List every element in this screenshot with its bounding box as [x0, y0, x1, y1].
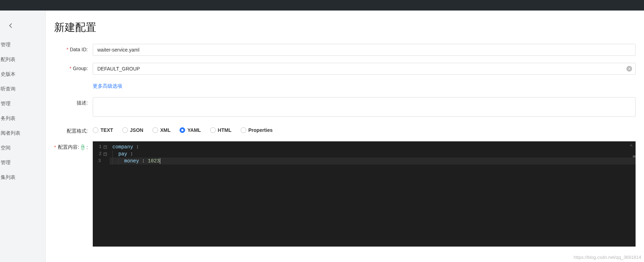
sidebar-item-7[interactable]: 空间: [0, 141, 45, 155]
radio-icon: [152, 127, 158, 133]
format-option-json[interactable]: JSON: [122, 127, 143, 133]
sidebar-item-8[interactable]: 管理: [0, 155, 45, 170]
format-option-yaml[interactable]: YAML: [180, 127, 201, 133]
editor-body[interactable]: company : pay : money : 1023: [110, 141, 636, 247]
label-data-id: *Data ID:: [54, 44, 93, 52]
sidebar-item-9[interactable]: 集列表: [0, 170, 45, 185]
code-line[interactable]: company :: [110, 143, 636, 150]
format-option-label: JSON: [130, 127, 143, 133]
radio-icon: [180, 127, 185, 133]
gutter-line: 2−: [93, 150, 107, 157]
label-content: *配置内容: ? :: [54, 141, 93, 150]
format-option-xml[interactable]: XML: [152, 127, 171, 133]
editor-gutter: 1−2−3: [93, 141, 110, 247]
label-group: *Group:: [54, 63, 93, 71]
format-option-label: HTML: [218, 127, 232, 133]
row-format: 配置格式: TEXTJSONXMLYAMLHTMLProperties: [54, 125, 636, 134]
code-line[interactable]: money : 1023: [110, 157, 636, 164]
group-input[interactable]: [93, 63, 636, 75]
row-group: *Group: ✕: [54, 63, 636, 75]
radio-icon: [241, 127, 246, 133]
watermark: https://blog.csdn.net/qq_3691814: [574, 255, 641, 260]
caret-icon: [160, 158, 160, 164]
row-advanced: 更多高级选项: [54, 82, 636, 92]
label-content-colon: :: [86, 145, 88, 150]
sidebar-item-6[interactable]: 阅者列表: [0, 126, 45, 141]
format-option-label: Properties: [248, 127, 273, 133]
gutter-line: 1−: [93, 143, 107, 150]
back-icon[interactable]: [0, 18, 45, 38]
row-content: *配置内容: ? : ⇱ 1−2−3 company : pay : money…: [54, 141, 636, 247]
code-line[interactable]: pay :: [110, 150, 636, 157]
radio-icon: [93, 127, 98, 133]
label-format: 配置格式:: [54, 125, 93, 134]
radio-icon: [210, 127, 216, 133]
row-description: 描述:: [54, 97, 636, 118]
sidebar-item-4[interactable]: 管理: [0, 96, 45, 111]
sidebar: 管理配列表史版本听查询管理务列表阅者列表空间管理集列表: [0, 11, 46, 262]
sidebar-item-1[interactable]: 配列表: [0, 52, 45, 67]
radio-icon: [122, 127, 128, 133]
sidebar-item-0[interactable]: 管理: [0, 38, 45, 52]
sidebar-item-3[interactable]: 听查询: [0, 82, 45, 96]
sidebar-item-2[interactable]: 史版本: [0, 67, 45, 82]
fold-icon[interactable]: −: [104, 146, 107, 149]
page-title: 新建配置: [54, 20, 636, 35]
format-radio-group: TEXTJSONXMLYAMLHTMLProperties: [93, 125, 636, 133]
code-editor[interactable]: ⇱ 1−2−3 company : pay : money : 1023: [93, 141, 636, 247]
fold-icon[interactable]: −: [104, 153, 107, 156]
format-option-text[interactable]: TEXT: [93, 127, 113, 133]
format-option-label: TEXT: [100, 127, 113, 133]
label-content-text: 配置内容:: [58, 144, 79, 150]
format-option-properties[interactable]: Properties: [241, 127, 273, 133]
top-bar: [0, 0, 644, 11]
format-option-label: XML: [160, 127, 171, 133]
description-input[interactable]: [93, 97, 636, 117]
label-description: 描述:: [54, 97, 93, 106]
row-data-id: *Data ID:: [54, 44, 636, 56]
clear-group-icon[interactable]: ✕: [626, 66, 632, 72]
format-option-html[interactable]: HTML: [210, 127, 232, 133]
label-group-text: Group:: [73, 66, 88, 71]
label-data-id-text: Data ID:: [70, 47, 88, 52]
data-id-input[interactable]: [93, 44, 636, 56]
main-content: 新建配置 *Data ID: *Group: ✕ 更多高级选项 描述:: [46, 11, 644, 262]
format-option-label: YAML: [187, 127, 201, 133]
sidebar-item-5[interactable]: 务列表: [0, 111, 45, 126]
advanced-options-link[interactable]: 更多高级选项: [93, 83, 122, 89]
help-icon[interactable]: ?: [81, 145, 84, 150]
gutter-line: 3: [93, 157, 107, 164]
